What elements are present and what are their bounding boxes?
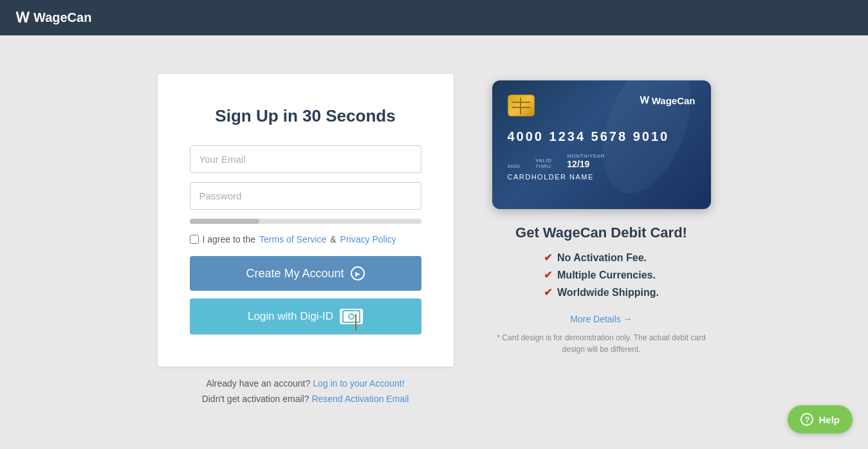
create-account-label: Create My Account	[246, 267, 344, 280]
password-strength-fill	[190, 219, 259, 224]
terms-row: I agree to the Terms of Service & Privac…	[190, 234, 421, 244]
card-expiry-group: MONTH/YEAR 12/19	[567, 153, 604, 169]
signup-section: Sign Up in 30 Seconds I agree to the Ter…	[158, 74, 454, 409]
promo-feature-3: ✔ Worldwide Shipping.	[544, 286, 659, 298]
play-icon: ▶	[351, 266, 365, 280]
password-input[interactable]	[190, 182, 421, 210]
emv-chip-icon	[508, 95, 535, 116]
card-holder-name: CARDHOLDER NAME	[508, 173, 696, 181]
signup-title: Sign Up in 30 Seconds	[190, 106, 421, 126]
promo-feature-2: ✔ Multiple Currencies.	[544, 269, 659, 281]
card-expiry: 12/19	[567, 159, 604, 169]
password-strength-bar	[190, 219, 421, 224]
promo-feature-2-text: Multiple Currencies.	[557, 270, 656, 281]
card-bottom-row: 4000 VALID THRU MONTH/YEAR 12/19	[508, 153, 696, 169]
digi-id-button[interactable]: Login with Digi-ID	[190, 298, 421, 334]
promo-feature-1: ✔ No Activation Fee.	[544, 252, 659, 264]
logo: 𝖶 WageCan	[15, 10, 91, 26]
card-logo: 𝖶 WageCan	[640, 95, 696, 106]
logo-name: WageCan	[33, 10, 91, 25]
no-activation-text: Didn't get activation email?	[202, 394, 309, 404]
activation-row: Didn't get activation email? Resend Acti…	[202, 394, 409, 404]
create-account-button[interactable]: Create My Account ▶	[190, 256, 421, 291]
login-link[interactable]: Log in to your Account!	[313, 378, 404, 389]
signup-card: Sign Up in 30 Seconds I agree to the Ter…	[158, 74, 454, 367]
promo-section: 𝖶 WageCan 4000 1234 5678 9010 4000 VALID…	[492, 74, 711, 355]
card-month-year-label: MONTH/YEAR	[567, 153, 604, 159]
already-account-row: Already have an account? Log in to your …	[202, 378, 409, 389]
help-label: Help	[818, 414, 840, 425]
help-button[interactable]: ? Help	[788, 405, 853, 434]
terms-checkbox[interactable]	[190, 235, 199, 244]
privacy-link[interactable]: Privacy Policy	[340, 234, 396, 244]
and-text: &	[330, 234, 336, 244]
more-details-link[interactable]: More Details →	[570, 314, 632, 324]
card-valid-label: VALID	[535, 158, 551, 163]
card-number: 4000 1234 5678 9010	[508, 129, 696, 144]
check-icon-2: ✔	[544, 269, 552, 281]
card-logo-w-icon: 𝖶	[640, 95, 649, 106]
help-circle-icon: ?	[800, 413, 813, 426]
digi-id-label: Login with Digi-ID	[248, 310, 333, 323]
main-content: Sign Up in 30 Seconds I agree to the Ter…	[80, 35, 788, 448]
below-card-links: Already have an account? Log in to your …	[202, 378, 409, 409]
promo-feature-1-text: No Activation Fee.	[557, 252, 647, 264]
card-top-row: 𝖶 WageCan	[508, 95, 696, 116]
check-icon-1: ✔	[544, 252, 552, 264]
emv-chip-lines	[520, 98, 521, 115]
digi-id-icon	[340, 309, 363, 324]
card-thru-label: THRU	[535, 163, 551, 169]
digi-id-circle-icon	[348, 313, 355, 320]
check-icon-3: ✔	[544, 286, 552, 298]
promo-features-list: ✔ No Activation Fee. ✔ Multiple Currenci…	[544, 252, 659, 304]
digi-id-line-icon	[355, 314, 356, 331]
digi-id-inner-icon	[342, 310, 360, 323]
card-valid-group: VALID THRU	[535, 158, 551, 169]
card-small-number-label: 4000	[508, 163, 521, 169]
card-disclaimer: * Card design is for demonstration only.…	[492, 332, 711, 355]
terms-text: I agree to the	[203, 234, 256, 244]
card-logo-name: WageCan	[652, 95, 696, 106]
promo-feature-3-text: Worldwide Shipping.	[557, 287, 659, 298]
email-input[interactable]	[190, 145, 421, 173]
already-account-text: Already have an account?	[206, 378, 310, 389]
app-header: 𝖶 WageCan	[0, 0, 868, 35]
resend-activation-link[interactable]: Resend Activation Email	[311, 394, 409, 404]
terms-link[interactable]: Terms of Service	[259, 234, 326, 244]
card-number-small-group: 4000	[508, 163, 521, 169]
promo-title: Get WageCan Debit Card!	[515, 225, 687, 241]
logo-w-icon: 𝖶	[15, 10, 30, 26]
credit-card: 𝖶 WageCan 4000 1234 5678 9010 4000 VALID…	[492, 80, 711, 209]
